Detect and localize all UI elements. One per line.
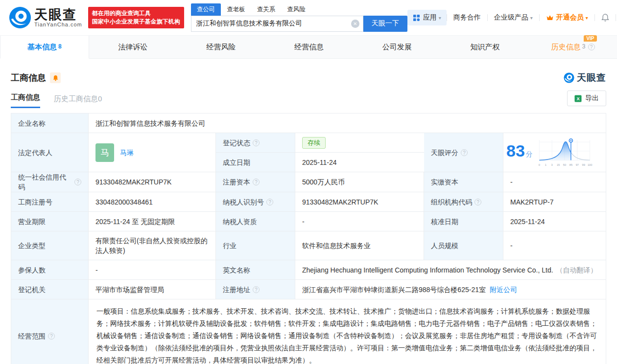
field-label: 纳税人识别号 ? (216, 192, 295, 212)
nav-apps[interactable]: 应用 ▾ (407, 10, 447, 25)
crown-icon (546, 14, 554, 21)
svg-text:100: 100 (588, 163, 592, 166)
legal-rep-link[interactable]: 马琳 (120, 148, 134, 158)
table-row: 参保人数 - 英文名称 Zhejiang Hechuang Intelligen… (11, 260, 606, 280)
help-icon[interactable]: ? (266, 199, 273, 205)
svg-text:99: 99 (582, 163, 585, 166)
logo-subtitle: TianYanCha.com (34, 22, 82, 27)
help-icon[interactable]: ? (461, 149, 468, 156)
table-row: 工商注册号 330482000348461 纳税人识别号 ? 91330482M… (11, 192, 606, 212)
tab-company-development[interactable]: 公司发展 (353, 36, 441, 58)
table-row: 统一社会信用代码 ? 91330482MAK2RTUP7K 注册资本 ? 500… (11, 172, 606, 192)
svg-text:15: 15 (557, 163, 560, 166)
paid-capital-value: - (503, 172, 606, 192)
approval-date-value: 2025-11-24 (503, 212, 606, 231)
status-badge: 存续 (302, 137, 326, 149)
svg-text:50: 50 (563, 163, 566, 166)
business-info-table: 企业名称 浙江和创智算信息技术服务有限公司 法定代表人 马 马琳 登记状态 ? … (11, 113, 606, 364)
field-label: 组织机构代码 ? (424, 192, 503, 212)
table-row: 营业期限 2025-11-24 至 无固定期限 纳税人资质 - 核准日期 202… (11, 212, 606, 231)
field-label: 实缴资本 (424, 172, 503, 192)
company-name-value: 浙江和创智算信息技术服务有限公司 (89, 114, 606, 133)
section-title: 工商信息 (11, 72, 46, 84)
staff-size-value: - (503, 231, 606, 260)
tab-legal-proceedings[interactable]: 法律诉讼 (89, 36, 177, 58)
field-label: 纳税人资质 (216, 212, 295, 231)
chevron-down-icon: ▾ (586, 15, 588, 21)
score-distribution-chart: 0 1 3 15 50 85 97 99 100 (536, 137, 593, 168)
tab-count: 8 (58, 43, 62, 50)
nearby-companies-link[interactable]: 附近公司 (490, 285, 517, 295)
logo-title: 天眼查 (34, 8, 82, 22)
org-code-value: MAK2RTUP-7 (503, 192, 606, 212)
insured-count-value: - (89, 260, 216, 280)
search-input[interactable] (191, 16, 363, 32)
tab-basic-info[interactable]: 基本信息 8 (0, 36, 89, 59)
clear-search-icon[interactable]: ✕ (351, 20, 359, 28)
field-label: 企业类型 (11, 231, 89, 260)
nav-open-vip[interactable]: 开通会员 ▾ (540, 13, 594, 22)
tianyancha-logo[interactable]: 天眼查 TianYanCha.com (9, 6, 82, 29)
field-label: 参保人数 (11, 260, 89, 280)
help-icon[interactable]: ? (475, 199, 481, 205)
search-button[interactable]: 天眼一下 (363, 16, 407, 32)
field-label: 注册资本 ? (216, 172, 295, 192)
help-icon[interactable]: ? (253, 139, 260, 146)
vip-badge: VIP (584, 35, 596, 42)
tab-history-info[interactable]: 历史信息 3 ? VIP (529, 36, 617, 58)
score-value: 83分 (506, 142, 533, 163)
tab-operating-risk[interactable]: 经营风险 (177, 36, 265, 58)
chevron-down-icon: ▾ (439, 15, 441, 21)
export-button[interactable]: X 导出 (567, 91, 606, 106)
search-tab-company[interactable]: 查公司 (191, 3, 221, 16)
table-row: 企业类型 有限责任公司(非自然人投资或控股的法人独资) 行业 软件和信息技术服务… (11, 231, 606, 260)
help-icon[interactable]: ? (588, 44, 595, 50)
english-name-cell: Zhejiang Hechuang Intelligent Computing … (295, 260, 606, 280)
taxpayer-id-value: 91330482MAK2RTUP7K (295, 192, 424, 212)
table-row: 企业名称 浙江和创智算信息技术服务有限公司 (11, 114, 606, 133)
nav-enterprise-products[interactable]: 企业级产品 ▾ (488, 13, 539, 22)
field-label: 人员规模 (424, 231, 503, 260)
help-icon[interactable]: ? (253, 179, 260, 185)
subtab-history-business-info[interactable]: 历史工商信息0 (54, 94, 102, 108)
svg-text:1: 1 (545, 163, 546, 166)
help-icon[interactable]: ? (74, 179, 81, 185)
field-label: 英文名称 (216, 260, 295, 280)
tianyancha-logo-icon (564, 72, 574, 83)
field-label: 天眼评分 ? (424, 133, 503, 172)
help-icon[interactable]: ? (253, 286, 260, 293)
english-name-value: Zhejiang Hechuang Intelligent Computing … (302, 265, 553, 275)
svg-text:85: 85 (570, 163, 572, 166)
auto-translate-note: （自动翻译） (556, 265, 597, 275)
tab-operating-info[interactable]: 经营信息 (265, 36, 353, 58)
watermark-logo: 天眼查 (564, 71, 606, 84)
subscribe-bell-icon[interactable] (50, 72, 61, 83)
field-label: 登记状态 ? (216, 133, 295, 153)
search-tab-risk[interactable]: 查风险 (281, 3, 311, 16)
search-tabs: 查公司 查老板 查关系 查风险 (191, 4, 407, 16)
nav-cooperation[interactable]: 商务合作 (447, 13, 487, 22)
notifications-bell-icon[interactable] (595, 13, 616, 22)
top-header: 天眼查 TianYanCha.com 都在用的商业查询工具 国家中小企业发展子基… (0, 0, 617, 35)
field-label: 企业名称 (11, 114, 89, 133)
subtab-business-info[interactable]: 工商信息 (11, 93, 40, 108)
field-label: 法定代表人 (11, 133, 89, 172)
field-label: 经营范围 ? (11, 299, 89, 364)
business-term-value: 2025-11-24 至 无固定期限 (89, 212, 216, 231)
company-detail-tabs: 基本信息 8 法律诉讼 经营风险 经营信息 公司发展 知识产权 历史信息 3 ?… (0, 35, 617, 59)
tianyan-score-cell: 83分 (503, 133, 606, 172)
legal-rep-avatar[interactable]: 马 (95, 143, 114, 162)
business-info-subtabs: 工商信息 历史工商信息0 X 导出 (11, 93, 606, 108)
reg-address-value: 浙江省嘉兴市平湖市钟埭街道新兴二路988号综合楼625-21室 (302, 285, 486, 295)
business-scope-value: 一般项目：信息系统集成服务；技术服务、技术开发、技术咨询、技术交流、技术转让、技… (89, 299, 606, 364)
search-tab-boss[interactable]: 查老板 (221, 3, 251, 16)
field-label: 注册地址 ? (216, 280, 295, 299)
field-label: 营业期限 (11, 212, 89, 231)
field-label: 成立日期 (216, 153, 295, 172)
help-icon[interactable]: ? (48, 333, 55, 340)
search-area: 查公司 查老板 查关系 查风险 ✕ 天眼一下 (191, 4, 407, 32)
credit-code-value: 91330482MAK2RTUP7K (89, 172, 216, 192)
search-tab-relation[interactable]: 查关系 (251, 3, 282, 16)
field-label: 行业 (216, 231, 295, 260)
tab-intellectual-property[interactable]: 知识产权 (441, 36, 529, 58)
